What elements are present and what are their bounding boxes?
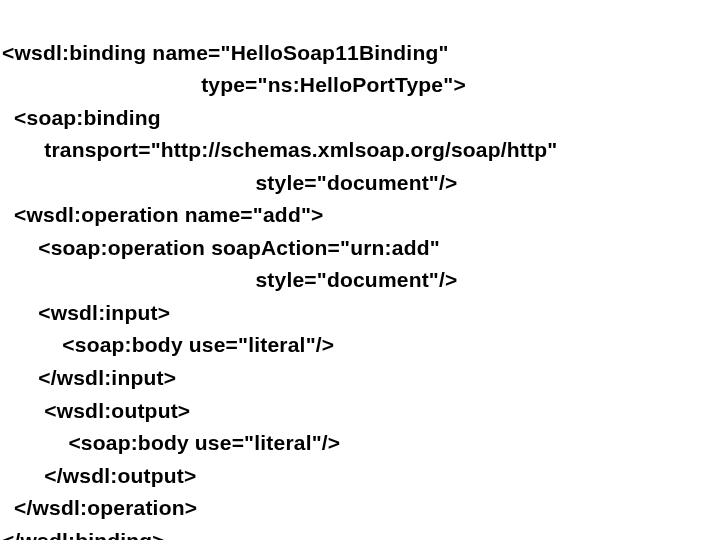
code-line: <wsdl:output> (2, 399, 190, 422)
code-line: </wsdl:output> (2, 464, 196, 487)
code-line: transport="http://schemas.xmlsoap.org/so… (2, 138, 557, 161)
code-line: style="document"/> (2, 268, 458, 291)
code-line: <soap:body use="literal"/> (2, 333, 334, 356)
code-line: type="ns:HelloPortType"> (2, 73, 466, 96)
code-line: <soap:binding (2, 106, 161, 129)
code-line: </wsdl:input> (2, 366, 176, 389)
code-line: </wsdl:operation> (2, 496, 197, 519)
code-line: <soap:body use="literal"/> (2, 431, 340, 454)
code-line: <wsdl:binding name="HelloSoap11Binding" (2, 41, 449, 64)
code-line: <soap:operation soapAction="urn:add" (2, 236, 440, 259)
code-line: </wsdl:binding> (2, 529, 165, 540)
code-line: <wsdl:operation name="add"> (2, 203, 324, 226)
wsdl-code-block: <wsdl:binding name="HelloSoap11Binding" … (0, 0, 720, 540)
code-line: <wsdl:input> (2, 301, 170, 324)
code-line: style="document"/> (2, 171, 458, 194)
